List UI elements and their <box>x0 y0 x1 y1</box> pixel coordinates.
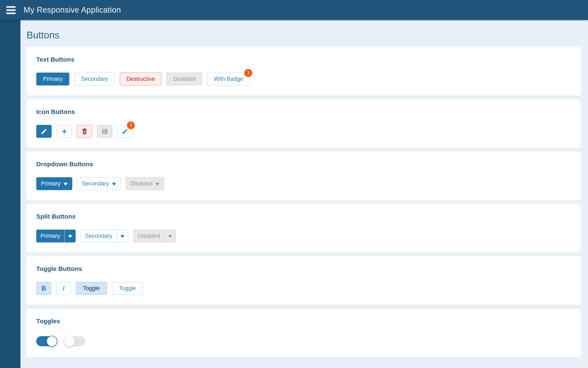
switch-knob <box>46 336 57 347</box>
save-icon-button <box>97 125 112 138</box>
disabled-split-button: Disabled <box>133 230 176 242</box>
caret-down-icon <box>112 183 116 186</box>
icon-buttons-card: Icon Buttons <box>26 99 581 148</box>
add-icon-button[interactable] <box>56 125 72 138</box>
pencil-icon <box>41 128 47 135</box>
section-title-toggle-buttons: Toggle Buttons <box>36 265 571 273</box>
caret-down-icon <box>68 235 72 238</box>
caret-down-icon <box>63 183 68 186</box>
primary-split-action[interactable]: Primary <box>36 230 65 242</box>
disabled-split-action: Disabled <box>134 230 165 242</box>
caret-down-icon <box>168 235 172 238</box>
secondary-split-menu[interactable] <box>117 230 128 242</box>
switch-knob <box>64 336 75 347</box>
menu-button[interactable] <box>6 6 16 14</box>
secondary-split-action[interactable]: Secondary <box>81 230 117 242</box>
toggle-buttons-row: B I Toggle Toggle <box>36 282 571 295</box>
toggles-card: Toggles <box>26 309 581 357</box>
main-content: Buttons Text Buttons Primary Secondary D… <box>20 20 588 368</box>
toggle-button-pressed[interactable]: Toggle <box>76 282 107 295</box>
secondary-dropdown-button[interactable]: Secondary <box>77 177 121 190</box>
caret-down-icon <box>120 235 124 238</box>
toggle-buttons-card: Toggle Buttons B I Toggle Toggle <box>26 256 581 305</box>
primary-split-menu[interactable] <box>65 230 76 242</box>
save-icon <box>101 128 108 135</box>
section-title-icon-buttons: Icon Buttons <box>36 108 571 116</box>
trash-icon <box>81 128 88 135</box>
toggles-row <box>36 334 571 347</box>
edit-icon-button[interactable] <box>36 125 52 138</box>
primary-button[interactable]: Primary <box>36 73 69 85</box>
notification-badge: 3 <box>127 121 135 129</box>
primary-split-button: Primary <box>36 230 76 242</box>
notification-badge: 3 <box>244 69 253 77</box>
disabled-button: Disabled <box>167 73 202 85</box>
secondary-button[interactable]: Secondary <box>74 73 115 85</box>
icon-buttons-row: 3 <box>36 125 571 138</box>
delete-icon-button[interactable] <box>77 125 92 138</box>
bold-toggle-button[interactable]: B <box>36 282 51 295</box>
primary-dropdown-button[interactable]: Primary <box>36 177 72 190</box>
destructive-button[interactable]: Destructive <box>120 73 162 85</box>
section-title-toggles: Toggles <box>36 317 571 325</box>
caret-down-icon <box>155 183 159 186</box>
sidebar <box>0 20 20 368</box>
toggle-switch-on[interactable] <box>36 336 57 346</box>
toggle-switch-off[interactable] <box>64 336 85 346</box>
dropdown-buttons-row: Primary Secondary Disabled <box>36 177 571 190</box>
section-title-text-buttons: Text Buttons <box>36 55 571 64</box>
top-bar: My Responsive Application <box>0 0 588 20</box>
app-title: My Responsive Application <box>24 6 121 15</box>
page-title: Buttons <box>26 29 581 41</box>
hamburger-icon <box>6 6 16 8</box>
split-buttons-row: Primary Secondary Disabled <box>36 230 571 242</box>
disabled-split-menu <box>165 230 176 242</box>
secondary-split-button: Secondary <box>80 230 128 242</box>
pencil-icon <box>122 128 128 135</box>
with-badge-button[interactable]: With Badge 3 <box>207 73 250 85</box>
section-title-dropdown-buttons: Dropdown Buttons <box>36 160 571 168</box>
text-buttons-card: Text Buttons Primary Secondary Destructi… <box>26 47 581 96</box>
text-buttons-row: Primary Secondary Destructive Disabled W… <box>36 73 571 85</box>
disabled-dropdown-button: Disabled <box>126 177 164 190</box>
split-buttons-card: Split Buttons Primary Secondary Disabled <box>26 204 581 253</box>
dropdown-buttons-card: Dropdown Buttons Primary Secondary Disab… <box>26 151 581 200</box>
toggle-button-unpressed[interactable]: Toggle <box>112 282 143 295</box>
edit-badge-icon-button[interactable]: 3 <box>117 125 132 138</box>
italic-toggle-button[interactable]: I <box>56 282 71 295</box>
section-title-split-buttons: Split Buttons <box>36 212 571 221</box>
plus-icon <box>61 128 68 135</box>
with-badge-label: With Badge <box>214 76 243 82</box>
